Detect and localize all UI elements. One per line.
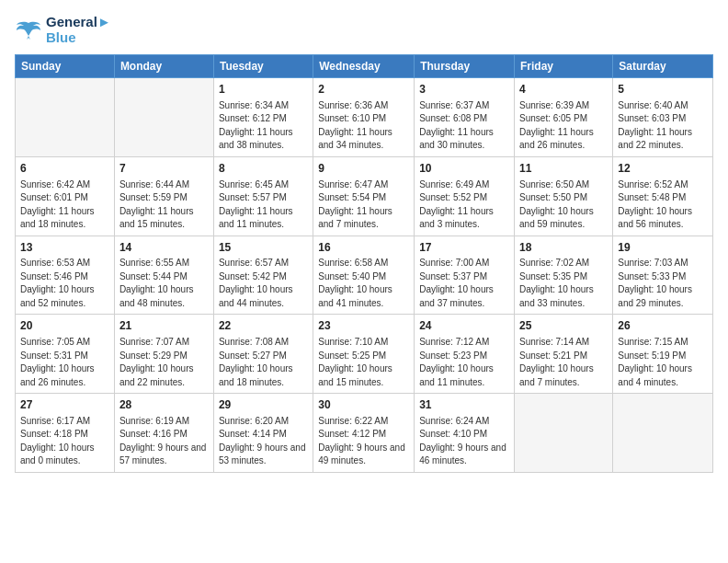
day-info: Sunrise: 6:45 AM Sunset: 5:57 PM Dayligh… (219, 178, 308, 232)
calendar-day-header: Wednesday (313, 55, 415, 78)
day-number: 25 (519, 318, 608, 334)
day-number: 17 (419, 240, 509, 256)
day-info: Sunrise: 7:02 AM Sunset: 5:35 PM Dayligh… (519, 257, 608, 310)
calendar-day-cell (114, 78, 213, 157)
day-number: 14 (119, 240, 209, 256)
day-info: Sunrise: 6:34 AM Sunset: 6:12 PM Dayligh… (219, 99, 308, 153)
day-info: Sunrise: 6:42 AM Sunset: 6:01 PM Dayligh… (20, 178, 109, 232)
calendar-day-cell: 21Sunrise: 7:07 AM Sunset: 5:29 PM Dayli… (114, 315, 213, 394)
day-info: Sunrise: 7:03 AM Sunset: 5:33 PM Dayligh… (618, 257, 708, 310)
calendar-table: SundayMondayTuesdayWednesdayThursdayFrid… (15, 54, 713, 473)
calendar-day-cell: 6Sunrise: 6:42 AM Sunset: 6:01 PM Daylig… (16, 156, 115, 236)
calendar-day-header: Monday (114, 55, 213, 78)
calendar-day-cell: 18Sunrise: 7:02 AM Sunset: 5:35 PM Dayli… (515, 236, 613, 315)
day-number: 23 (318, 318, 409, 334)
day-info: Sunrise: 6:44 AM Sunset: 5:59 PM Dayligh… (119, 178, 209, 232)
calendar-day-cell: 8Sunrise: 6:45 AM Sunset: 5:57 PM Daylig… (213, 156, 313, 236)
calendar-day-header: Saturday (613, 55, 713, 78)
calendar-day-header: Thursday (415, 55, 515, 78)
calendar-day-header: Tuesday (213, 55, 313, 78)
calendar-day-cell: 22Sunrise: 7:08 AM Sunset: 5:27 PM Dayli… (213, 315, 313, 394)
day-info: Sunrise: 7:00 AM Sunset: 5:37 PM Dayligh… (419, 257, 509, 310)
calendar-day-header: Sunday (16, 55, 115, 78)
day-number: 5 (618, 82, 708, 98)
day-info: Sunrise: 6:53 AM Sunset: 5:46 PM Dayligh… (20, 257, 109, 310)
day-number: 26 (618, 318, 708, 334)
calendar-day-cell: 13Sunrise: 6:53 AM Sunset: 5:46 PM Dayli… (16, 236, 115, 315)
page: General► Blue SundayMondayTuesdayWednesd… (0, 0, 728, 563)
calendar-day-cell: 11Sunrise: 6:50 AM Sunset: 5:50 PM Dayli… (515, 156, 613, 236)
calendar-day-cell: 28Sunrise: 6:19 AM Sunset: 4:16 PM Dayli… (114, 394, 213, 473)
calendar-day-cell: 27Sunrise: 6:17 AM Sunset: 4:18 PM Dayli… (16, 394, 115, 473)
day-info: Sunrise: 6:47 AM Sunset: 5:54 PM Dayligh… (318, 178, 409, 232)
day-number: 12 (618, 161, 708, 177)
logo: General► Blue (15, 15, 111, 45)
day-number: 24 (419, 318, 509, 334)
day-number: 7 (119, 161, 209, 177)
day-info: Sunrise: 6:52 AM Sunset: 5:48 PM Dayligh… (618, 178, 708, 232)
day-number: 30 (318, 397, 409, 413)
calendar-day-cell: 30Sunrise: 6:22 AM Sunset: 4:12 PM Dayli… (313, 394, 415, 473)
calendar-day-cell: 3Sunrise: 6:37 AM Sunset: 6:08 PM Daylig… (415, 78, 515, 157)
day-number: 31 (419, 397, 509, 413)
day-number: 22 (219, 318, 308, 334)
calendar-day-header: Friday (515, 55, 613, 78)
calendar-day-cell: 9Sunrise: 6:47 AM Sunset: 5:54 PM Daylig… (313, 156, 415, 236)
day-number: 11 (519, 161, 608, 177)
day-number: 16 (318, 240, 409, 256)
day-info: Sunrise: 7:07 AM Sunset: 5:29 PM Dayligh… (119, 336, 209, 389)
calendar-day-cell: 7Sunrise: 6:44 AM Sunset: 5:59 PM Daylig… (114, 156, 213, 236)
calendar-day-cell: 15Sunrise: 6:57 AM Sunset: 5:42 PM Dayli… (213, 236, 313, 315)
day-number: 8 (219, 161, 308, 177)
calendar-day-cell: 25Sunrise: 7:14 AM Sunset: 5:21 PM Dayli… (515, 315, 613, 394)
day-number: 19 (618, 240, 708, 256)
day-number: 29 (219, 397, 308, 413)
day-info: Sunrise: 6:20 AM Sunset: 4:14 PM Dayligh… (219, 415, 308, 468)
calendar-day-cell: 23Sunrise: 7:10 AM Sunset: 5:25 PM Dayli… (313, 315, 415, 394)
day-info: Sunrise: 6:24 AM Sunset: 4:10 PM Dayligh… (419, 415, 509, 468)
day-number: 27 (20, 397, 109, 413)
calendar-day-cell: 31Sunrise: 6:24 AM Sunset: 4:10 PM Dayli… (415, 394, 515, 473)
calendar-day-cell (613, 394, 713, 473)
day-number: 15 (219, 240, 308, 256)
day-info: Sunrise: 6:22 AM Sunset: 4:12 PM Dayligh… (318, 415, 409, 468)
day-info: Sunrise: 7:14 AM Sunset: 5:21 PM Dayligh… (519, 336, 608, 389)
calendar-day-cell: 24Sunrise: 7:12 AM Sunset: 5:23 PM Dayli… (415, 315, 515, 394)
day-info: Sunrise: 7:10 AM Sunset: 5:25 PM Dayligh… (318, 336, 409, 389)
calendar-day-cell: 19Sunrise: 7:03 AM Sunset: 5:33 PM Dayli… (613, 236, 713, 315)
calendar-day-cell (16, 78, 115, 157)
calendar-day-cell: 26Sunrise: 7:15 AM Sunset: 5:19 PM Dayli… (613, 315, 713, 394)
calendar-day-cell: 10Sunrise: 6:49 AM Sunset: 5:52 PM Dayli… (415, 156, 515, 236)
calendar-header-row: SundayMondayTuesdayWednesdayThursdayFrid… (16, 55, 713, 78)
calendar-week-row: 27Sunrise: 6:17 AM Sunset: 4:18 PM Dayli… (16, 394, 713, 473)
calendar-day-cell: 2Sunrise: 6:36 AM Sunset: 6:10 PM Daylig… (313, 78, 415, 157)
calendar-day-cell: 20Sunrise: 7:05 AM Sunset: 5:31 PM Dayli… (16, 315, 115, 394)
day-info: Sunrise: 6:57 AM Sunset: 5:42 PM Dayligh… (219, 257, 308, 310)
day-number: 2 (318, 82, 409, 98)
day-info: Sunrise: 6:37 AM Sunset: 6:08 PM Dayligh… (419, 99, 509, 153)
day-number: 18 (519, 240, 608, 256)
day-info: Sunrise: 6:19 AM Sunset: 4:16 PM Dayligh… (119, 415, 209, 468)
day-info: Sunrise: 7:08 AM Sunset: 5:27 PM Dayligh… (219, 336, 308, 389)
calendar-day-cell: 16Sunrise: 6:58 AM Sunset: 5:40 PM Dayli… (313, 236, 415, 315)
day-number: 28 (119, 397, 209, 413)
day-info: Sunrise: 6:55 AM Sunset: 5:44 PM Dayligh… (119, 257, 209, 310)
calendar-day-cell (515, 394, 613, 473)
day-info: Sunrise: 6:58 AM Sunset: 5:40 PM Dayligh… (318, 257, 409, 310)
calendar-week-row: 1Sunrise: 6:34 AM Sunset: 6:12 PM Daylig… (16, 78, 713, 157)
day-number: 13 (20, 240, 109, 256)
calendar-day-cell: 5Sunrise: 6:40 AM Sunset: 6:03 PM Daylig… (613, 78, 713, 157)
calendar-day-cell: 1Sunrise: 6:34 AM Sunset: 6:12 PM Daylig… (213, 78, 313, 157)
day-info: Sunrise: 6:40 AM Sunset: 6:03 PM Dayligh… (618, 99, 708, 153)
day-number: 9 (318, 161, 409, 177)
day-number: 21 (119, 318, 209, 334)
calendar-day-cell: 17Sunrise: 7:00 AM Sunset: 5:37 PM Dayli… (415, 236, 515, 315)
header: General► Blue (15, 15, 713, 45)
day-number: 1 (219, 82, 308, 98)
calendar-day-cell: 12Sunrise: 6:52 AM Sunset: 5:48 PM Dayli… (613, 156, 713, 236)
day-info: Sunrise: 7:12 AM Sunset: 5:23 PM Dayligh… (419, 336, 509, 389)
day-number: 20 (20, 318, 109, 334)
calendar-week-row: 6Sunrise: 6:42 AM Sunset: 6:01 PM Daylig… (16, 156, 713, 236)
day-info: Sunrise: 6:39 AM Sunset: 6:05 PM Dayligh… (519, 99, 608, 153)
day-info: Sunrise: 6:50 AM Sunset: 5:50 PM Dayligh… (519, 178, 608, 232)
